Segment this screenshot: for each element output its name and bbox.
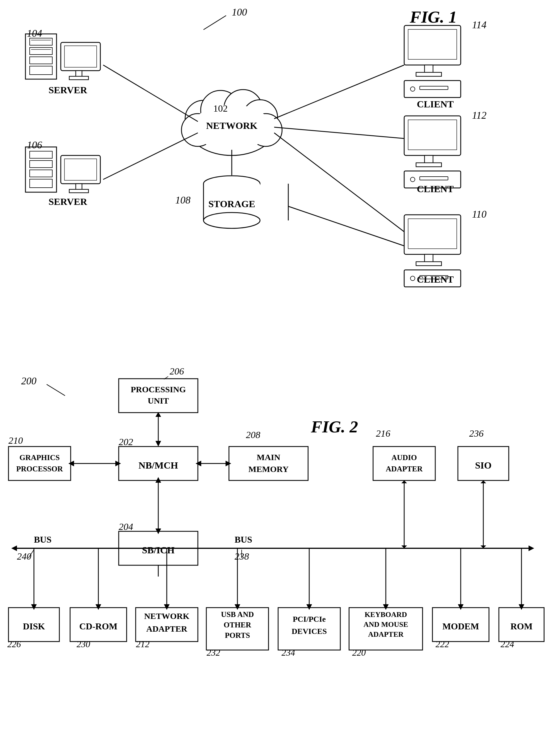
- svg-rect-33: [64, 159, 97, 180]
- ref-234: 234: [281, 647, 295, 658]
- storage-ref: 108: [175, 194, 190, 206]
- svg-marker-77: [11, 546, 17, 551]
- svg-rect-24: [64, 46, 97, 67]
- svg-rect-34: [76, 184, 82, 190]
- svg-rect-41: [416, 72, 441, 76]
- ref-212: 212: [136, 639, 149, 649]
- sio-label: SIO: [475, 460, 492, 471]
- svg-rect-57: [416, 262, 441, 266]
- client3-ref: 110: [472, 208, 487, 220]
- sb-ich-label: SB/ICH: [142, 545, 174, 555]
- ref-202: 202: [119, 437, 133, 447]
- svg-rect-25: [76, 70, 82, 77]
- svg-line-37: [103, 133, 198, 179]
- svg-rect-55: [408, 219, 457, 249]
- audio-adapter-label2: ADAPTER: [386, 465, 423, 473]
- svg-line-62: [274, 133, 404, 232]
- fig1-container: FIG. 1 100 NETWORK 102 STORAGE 108: [0, 0, 552, 362]
- svg-rect-39: [408, 29, 457, 59]
- network-cloud: NETWORK: [181, 90, 282, 155]
- ref-220: 220: [352, 647, 366, 658]
- main-memory-label1: MAIN: [257, 452, 280, 462]
- ref-100: 100: [232, 6, 247, 18]
- keyboard-adapter-label1: KEYBOARD: [365, 610, 407, 619]
- network-ref: 102: [214, 103, 228, 114]
- svg-marker-78: [529, 546, 534, 551]
- svg-line-53: [274, 127, 404, 139]
- storage-label: STORAGE: [208, 199, 255, 209]
- fig2-title: FIG. 2: [311, 418, 358, 436]
- keyboard-adapter-label2: AND MOUSE: [364, 620, 408, 628]
- svg-rect-49: [416, 163, 441, 167]
- storage-cylinder: STORAGE: [203, 176, 288, 229]
- network-adapter-label2: ADAPTER: [146, 624, 187, 633]
- network-label: NETWORK: [206, 120, 258, 131]
- disk-label: DISK: [23, 621, 45, 631]
- svg-line-36: [103, 65, 198, 122]
- audio-adapter-box: [373, 447, 435, 480]
- svg-rect-35: [69, 189, 89, 193]
- graphics-processor-box: [8, 447, 71, 480]
- svg-rect-47: [408, 120, 457, 150]
- ref-236: 236: [469, 428, 484, 439]
- svg-line-0: [203, 16, 226, 30]
- usb-ports-label3: PORTS: [225, 631, 250, 639]
- bus-right-label: BUS: [235, 535, 252, 545]
- svg-rect-26: [69, 76, 89, 80]
- server2: [25, 147, 100, 193]
- keyboard-adapter-label3: ADAPTER: [368, 630, 404, 638]
- svg-rect-56: [425, 254, 433, 262]
- fig2-container: 200 FIG. 2 PROCESSING UNIT 206 NB/MCH 20…: [0, 362, 552, 756]
- processing-unit-label2: UNIT: [148, 396, 169, 405]
- graphics-processor-label2: PROCESSOR: [16, 465, 63, 473]
- client2: [404, 116, 461, 188]
- svg-point-14: [203, 212, 260, 229]
- cd-rom-label: CD-ROM: [79, 621, 117, 631]
- client1: [404, 25, 461, 98]
- bus-left-label: BUS: [34, 535, 51, 545]
- client2-label: CLIENT: [417, 184, 454, 194]
- svg-rect-40: [425, 65, 433, 73]
- nb-mch-label: NB/MCH: [138, 460, 178, 471]
- ref-200: 200: [21, 375, 36, 387]
- ref-224: 224: [501, 639, 514, 649]
- svg-line-63: [47, 385, 65, 396]
- main-memory-label2: MEMORY: [249, 464, 289, 474]
- svg-rect-48: [425, 155, 433, 163]
- server1: [25, 34, 100, 80]
- ref-222: 222: [435, 639, 449, 649]
- ref-206: 206: [170, 366, 184, 376]
- ref-210: 210: [8, 435, 23, 446]
- svg-rect-42: [404, 81, 461, 98]
- server2-ref: 106: [27, 139, 42, 151]
- pci-devices-label1: PCI/PCIe: [293, 615, 326, 623]
- svg-marker-66: [155, 441, 161, 447]
- server1-ref: 104: [27, 28, 42, 39]
- usb-ports-label1: USB AND: [221, 610, 254, 619]
- ref-204: 204: [119, 521, 133, 532]
- pci-devices-label2: DEVICES: [292, 627, 327, 636]
- server2-label: SERVER: [48, 196, 87, 207]
- rom-label: ROM: [511, 621, 533, 631]
- modem-label: MODEM: [442, 621, 479, 631]
- network-adapter-label1: NETWORK: [144, 611, 190, 621]
- svg-line-61: [288, 206, 404, 246]
- processing-unit-box: [119, 379, 198, 413]
- audio-adapter-label1: AUDIO: [392, 453, 417, 462]
- server1-label: SERVER: [48, 85, 87, 95]
- client1-label: CLIENT: [417, 99, 454, 109]
- ref-216: 216: [376, 428, 390, 439]
- client2-ref: 112: [472, 110, 487, 121]
- ref-232: 232: [206, 647, 220, 658]
- fig1-title: FIG. 1: [410, 8, 457, 26]
- main-memory-box: [229, 447, 308, 480]
- svg-line-45: [274, 65, 404, 119]
- client3-label: CLIENT: [417, 274, 454, 285]
- client1-ref: 114: [472, 19, 487, 30]
- graphics-processor-label1: GRAPHICS: [19, 453, 60, 462]
- ref-208: 208: [246, 430, 260, 440]
- ref-230: 230: [77, 639, 90, 649]
- processing-unit-label1: PROCESSING: [131, 385, 186, 394]
- ref-226: 226: [7, 639, 21, 649]
- usb-ports-label2: OTHER: [224, 621, 251, 629]
